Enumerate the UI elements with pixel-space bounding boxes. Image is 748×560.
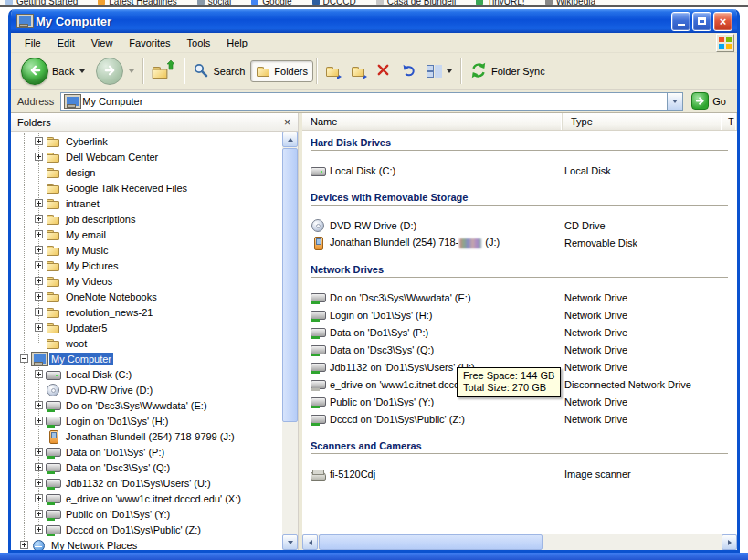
minimize-button[interactable] — [671, 12, 690, 31]
search-button[interactable]: Search — [187, 58, 250, 84]
views-button[interactable] — [421, 60, 458, 81]
scroll-right-button[interactable] — [722, 534, 737, 550]
expand-icon[interactable] — [35, 510, 43, 518]
file-row[interactable]: Do on 'Dsc3\Sys\Wwwdata' (E:)Network Dri… — [302, 289, 737, 306]
up-button[interactable] — [146, 57, 181, 86]
bookmark-item[interactable]: social — [197, 0, 232, 5]
file-row[interactable]: Data on 'Dsc3\Sys' (Q:)Network Drive — [302, 341, 737, 358]
bookmark-item[interactable]: Getting Started — [5, 0, 78, 5]
bookmark-item[interactable]: TinyURL! — [476, 0, 524, 5]
expand-icon[interactable] — [35, 417, 43, 425]
address-dropdown-button[interactable] — [667, 93, 682, 110]
forward-dropdown-caret[interactable] — [129, 69, 134, 73]
bookmark-item[interactable]: Google — [251, 0, 291, 5]
forward-button[interactable] — [90, 54, 140, 89]
tree-item[interactable]: Data on 'Do1\Sys' (P:) — [11, 444, 282, 460]
tree-item[interactable]: Do on 'Dsc3\Sys\Wwwdata' (E:) — [11, 397, 282, 413]
tree-item[interactable]: Google Talk Received Files — [11, 180, 282, 195]
tree-item[interactable]: intranet — [11, 195, 282, 211]
expand-icon[interactable] — [35, 153, 43, 161]
expand-icon[interactable] — [35, 292, 43, 301]
bookmark-item[interactable]: Latest Headlines — [98, 0, 177, 5]
expand-icon[interactable] — [35, 525, 43, 534]
file-row[interactable]: Data on 'Do1\Sys' (P:)Network Drive — [302, 323, 737, 341]
tree-vertical-scrollbar[interactable] — [282, 132, 298, 550]
tree-item[interactable]: design — [11, 164, 282, 180]
tree-item[interactable]: Updater5 — [11, 320, 282, 335]
expand-icon[interactable] — [35, 479, 43, 487]
tree-item[interactable]: Jdb1132 on 'Do1\Sys\Users' (U:) — [11, 475, 282, 491]
scroll-left-button[interactable] — [302, 534, 318, 550]
close-button[interactable]: × — [713, 12, 732, 31]
go-button[interactable]: Go — [690, 92, 733, 110]
tree-item[interactable]: Cyberlink — [11, 133, 282, 149]
tree-item[interactable]: Dell Webcam Center — [11, 149, 282, 164]
expand-icon[interactable] — [35, 137, 43, 145]
folders-button[interactable]: Folders — [250, 60, 313, 82]
menu-item-file[interactable]: File — [16, 34, 49, 52]
tree-item[interactable]: Login on 'Do1\Sys' (H:) — [11, 413, 282, 428]
bookmark-item[interactable]: Wikipedia — [545, 0, 595, 5]
column-header-type[interactable]: Type — [563, 113, 722, 130]
undo-button[interactable] — [395, 59, 421, 83]
tree-item[interactable]: OneNote Notebooks — [11, 289, 282, 304]
file-row[interactable]: fi-5120CdjImage scanner — [302, 465, 737, 482]
tree-item[interactable]: Public on 'Do1\Sys' (Y:) — [11, 506, 282, 522]
tree-item[interactable]: revolution_news-21 — [11, 304, 282, 320]
tree-item[interactable]: My Computer — [11, 351, 282, 366]
tree-item[interactable]: woot — [11, 335, 282, 351]
column-header-name[interactable]: Name — [302, 113, 563, 130]
expand-icon[interactable] — [20, 541, 28, 549]
column-header-total-size[interactable]: T — [722, 113, 737, 130]
menu-item-view[interactable]: View — [83, 34, 121, 52]
expand-icon[interactable] — [35, 370, 43, 378]
expand-icon[interactable] — [35, 261, 43, 269]
scrollbar-thumb[interactable] — [319, 534, 543, 550]
collapse-icon[interactable] — [20, 354, 28, 363]
menu-item-help[interactable]: Help — [218, 34, 256, 52]
move-to-button[interactable] — [320, 60, 345, 82]
scroll-up-button[interactable] — [282, 132, 298, 147]
expand-icon[interactable] — [35, 277, 43, 285]
back-button[interactable]: Back — [16, 54, 90, 89]
tree-item[interactable]: Jonathan Blundell (254) 718-9799 (J:) — [11, 428, 282, 444]
expand-icon[interactable] — [35, 215, 43, 223]
tree-item[interactable]: Data on 'Dsc3\Sys' (Q:) — [11, 460, 282, 475]
file-row[interactable]: DVD-RW Drive (D:)CD Drive — [302, 217, 737, 234]
expand-icon[interactable] — [35, 246, 43, 254]
tree-item[interactable]: My Pictures — [11, 258, 282, 273]
folders-panel-close-button[interactable]: × — [280, 115, 294, 129]
tree-item[interactable]: job descriptions — [11, 211, 282, 227]
expand-icon[interactable] — [35, 323, 43, 332]
expand-icon[interactable] — [35, 308, 43, 316]
scroll-down-button[interactable] — [282, 534, 298, 550]
back-dropdown-caret[interactable] — [79, 69, 85, 73]
expand-icon[interactable] — [35, 199, 43, 207]
delete-button[interactable] — [371, 59, 395, 82]
expand-icon[interactable] — [35, 494, 43, 502]
tree-item[interactable]: My Network Places — [11, 537, 282, 550]
tree-item[interactable]: My Music — [11, 242, 282, 258]
copy-to-button[interactable] — [345, 60, 371, 82]
tree-item[interactable]: Local Disk (C:) — [11, 366, 282, 382]
taskbar[interactable] — [0, 553, 748, 560]
tree-item[interactable]: My Videos — [11, 273, 282, 289]
menu-item-edit[interactable]: Edit — [49, 34, 83, 52]
scrollbar-thumb[interactable] — [282, 148, 298, 422]
views-dropdown-caret[interactable] — [447, 69, 452, 73]
expand-icon[interactable] — [35, 448, 43, 456]
tree-item[interactable]: DVD-RW Drive (D:) — [11, 382, 282, 397]
address-input[interactable]: My Computer — [60, 92, 683, 111]
expand-icon[interactable] — [35, 401, 43, 409]
expand-icon[interactable] — [35, 463, 43, 471]
title-bar[interactable]: My Computer × — [11, 9, 737, 33]
tree-item[interactable]: e_drive on 'www1c.itnet.dcccd.edu' (X:) — [11, 491, 282, 506]
folder-sync-button[interactable]: Folder Sync — [464, 58, 551, 85]
file-row[interactable]: Login on 'Do1\Sys' (H:)Network Drive — [302, 306, 737, 323]
menu-item-favorites[interactable]: Favorites — [121, 34, 178, 52]
expand-icon[interactable] — [35, 230, 43, 238]
list-horizontal-scrollbar[interactable] — [302, 534, 737, 550]
tree-item[interactable]: Dcccd on 'Do1\Sys\Public' (Z:) — [11, 522, 282, 537]
tree-item[interactable]: My email — [11, 227, 282, 242]
maximize-button[interactable] — [692, 12, 711, 31]
